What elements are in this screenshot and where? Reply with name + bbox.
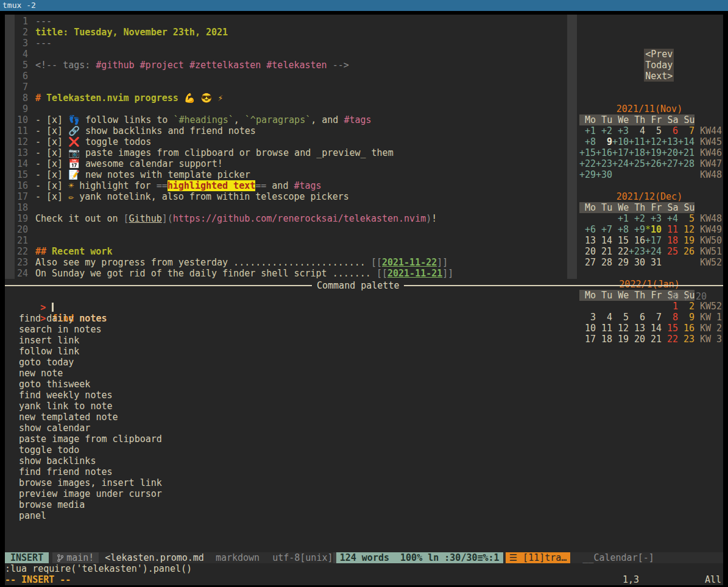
- calendar-day[interactable]: +30: [596, 169, 612, 180]
- palette-item[interactable]: find daily notes: [5, 313, 723, 324]
- calendar-day[interactable]: +14: [678, 136, 694, 147]
- calendar-day[interactable]: +7: [596, 224, 612, 235]
- calendar-day[interactable]: +17: [612, 147, 629, 158]
- calendar-day[interactable]: 28: [596, 257, 612, 268]
- editor-line[interactable]: 8# Telekasten.nvim progress 💪 😎 ⚡: [5, 93, 567, 104]
- palette-item-selected[interactable]: >find notes: [5, 302, 723, 313]
- palette-item[interactable]: paste image from clipboard: [5, 434, 723, 445]
- editor-line[interactable]: 3---: [5, 38, 567, 49]
- calendar-day[interactable]: +18: [629, 147, 645, 158]
- editor-line[interactable]: 2title: Tuesday, November 23th, 2021: [5, 27, 567, 38]
- palette-item[interactable]: goto thisweek: [5, 379, 723, 390]
- palette-item[interactable]: panel: [5, 510, 723, 521]
- editor-line[interactable]: 20: [5, 224, 567, 235]
- palette-item[interactable]: new note: [5, 368, 723, 379]
- calendar-day[interactable]: 25: [662, 246, 678, 257]
- editor-line[interactable]: 6: [5, 71, 567, 82]
- calendar-day[interactable]: +24: [612, 158, 629, 169]
- calendar-day[interactable]: +2: [629, 213, 645, 224]
- calendar-day[interactable]: +22: [579, 158, 596, 169]
- calendar-day[interactable]: +26: [645, 158, 662, 169]
- calendar-today-button[interactable]: Today: [644, 60, 674, 71]
- calendar-day[interactable]: +21: [678, 147, 694, 158]
- calendar-day[interactable]: 4: [629, 125, 645, 136]
- palette-item[interactable]: show calendar: [5, 423, 723, 434]
- tab-indicator-segment[interactable]: ☰ [11]tra…: [506, 552, 571, 563]
- editor-line[interactable]: 10- [x] 👣 follow links to `#headings`, `…: [5, 114, 567, 125]
- calendar-prev-button[interactable]: <Prev: [644, 49, 674, 60]
- calendar-day[interactable]: +3: [612, 125, 629, 136]
- calendar-day[interactable]: 21: [596, 246, 612, 257]
- calendar-day[interactable]: 20: [579, 246, 596, 257]
- calendar-day[interactable]: 11: [662, 224, 678, 235]
- calendar-day[interactable]: 18: [662, 235, 678, 246]
- editor-line[interactable]: 16- [x] ☀ highlight for ==highlighted te…: [5, 180, 567, 191]
- calendar-day[interactable]: 31: [645, 257, 662, 268]
- calendar-day[interactable]: 26: [678, 246, 694, 257]
- editor-line[interactable]: 12- [x] ❌ toggle todos: [5, 136, 567, 147]
- calendar-day[interactable]: 9: [596, 136, 612, 147]
- editor-line[interactable]: 24On Sunday we got rid of the daily find…: [5, 268, 567, 279]
- calendar-day[interactable]: *10: [645, 224, 662, 235]
- palette-item[interactable]: show backlinks: [5, 455, 723, 466]
- palette-item[interactable]: follow link: [5, 346, 723, 357]
- calendar-day[interactable]: +20: [662, 147, 678, 158]
- calendar-day[interactable]: 7: [678, 125, 694, 136]
- palette-item[interactable]: find weekly notes: [5, 390, 723, 401]
- calendar-day[interactable]: +17: [645, 235, 662, 246]
- editor-line[interactable]: 21: [5, 235, 567, 246]
- calendar-day[interactable]: +9: [629, 224, 645, 235]
- editor-line[interactable]: 9: [5, 104, 567, 114]
- editor-line[interactable]: 13- [x] 📷 paste images from clipboard or…: [5, 147, 567, 158]
- calendar-day[interactable]: +3: [645, 213, 662, 224]
- calendar-day[interactable]: +8: [612, 224, 629, 235]
- calendar-day[interactable]: 5: [678, 213, 694, 224]
- calendar-day[interactable]: 13: [579, 235, 596, 246]
- calendar-day[interactable]: +4: [662, 213, 678, 224]
- calendar-day[interactable]: 27: [579, 257, 596, 268]
- calendar-day[interactable]: +6: [579, 224, 596, 235]
- editor-line[interactable]: 11- [x] 🔗 show backlinks and friend note…: [5, 125, 567, 136]
- palette-item[interactable]: search in notes: [5, 324, 723, 335]
- palette-item[interactable]: browse media: [5, 499, 723, 510]
- palette-item[interactable]: preview image under cursor: [5, 488, 723, 499]
- calendar-day[interactable]: +25: [629, 158, 645, 169]
- calendar-day[interactable]: 6: [662, 125, 678, 136]
- editor-line[interactable]: 18: [5, 202, 567, 213]
- calendar-day[interactable]: +23: [596, 158, 612, 169]
- calendar-day[interactable]: 15: [612, 235, 629, 246]
- calendar-day[interactable]: 22: [612, 246, 629, 257]
- editor-line[interactable]: 7: [5, 82, 567, 93]
- calendar-day[interactable]: +19: [645, 147, 662, 158]
- calendar-day[interactable]: 29: [612, 257, 629, 268]
- calendar-day[interactable]: +8: [579, 136, 596, 147]
- calendar-day[interactable]: +28: [678, 158, 694, 169]
- editor-line[interactable]: 4: [5, 49, 567, 60]
- calendar-day[interactable]: +15: [579, 147, 596, 158]
- palette-item[interactable]: insert link: [5, 335, 723, 346]
- calendar-day[interactable]: +29: [579, 169, 596, 180]
- calendar-day[interactable]: +24: [645, 246, 662, 257]
- palette-item[interactable]: toggle todo: [5, 445, 723, 455]
- calendar-day[interactable]: 19: [678, 235, 694, 246]
- calendar-day[interactable]: +23: [629, 246, 645, 257]
- palette-item[interactable]: goto today: [5, 357, 723, 368]
- calendar-day[interactable]: +1: [612, 213, 629, 224]
- editor-line[interactable]: 1---: [5, 16, 567, 27]
- palette-item[interactable]: new templated note: [5, 412, 723, 423]
- editor-line[interactable]: 15- [x] 📝 new notes with template picker: [5, 169, 567, 180]
- command-line[interactable]: :lua require('telekasten').panel(): [5, 563, 723, 574]
- palette-item[interactable]: browse images, insert link: [5, 477, 723, 488]
- calendar-day[interactable]: +1: [579, 125, 596, 136]
- editor-line[interactable]: 22## Recent work: [5, 246, 567, 257]
- calendar-day[interactable]: +11: [629, 136, 645, 147]
- palette-item[interactable]: yank link to note: [5, 401, 723, 412]
- palette-prompt[interactable]: > 20 / 20: [5, 291, 723, 302]
- editor-line[interactable]: 23Also see my progress from yesterday ..…: [5, 257, 567, 268]
- calendar-day[interactable]: 5: [645, 125, 662, 136]
- calendar-day[interactable]: +12: [645, 136, 662, 147]
- calendar-day[interactable]: 14: [596, 235, 612, 246]
- calendar-day[interactable]: 16: [629, 235, 645, 246]
- calendar-day[interactable]: 30: [629, 257, 645, 268]
- calendar-day[interactable]: +10: [612, 136, 629, 147]
